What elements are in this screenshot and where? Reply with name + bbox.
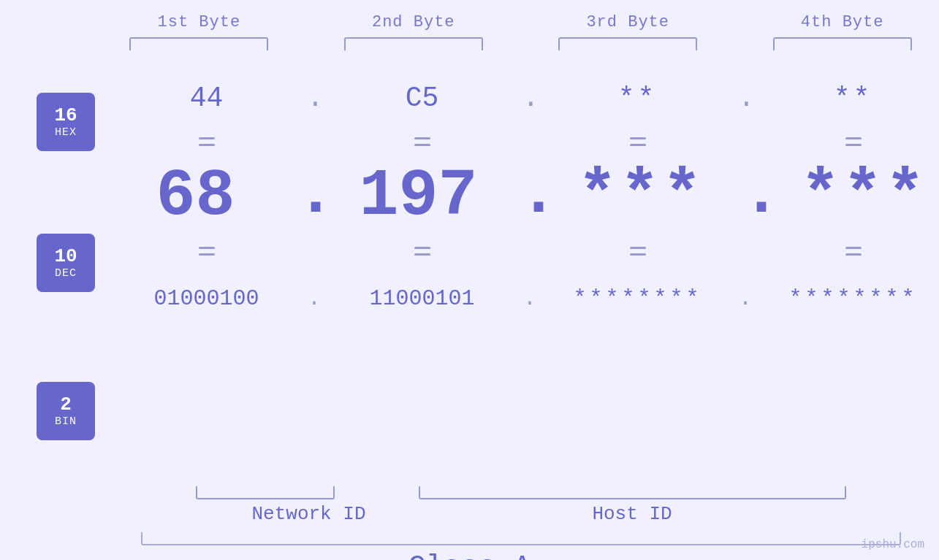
hex-dot1: .	[307, 83, 322, 114]
bin-badge-num: 2	[60, 394, 72, 415]
eq2-bar-2a	[414, 247, 430, 249]
byte4-label: 4th Byte	[801, 13, 884, 31]
byte-headers: 1st Byte 2nd Byte 3rd Byte 4th Byte	[0, 13, 939, 50]
byte2-bracket-top	[344, 37, 483, 50]
class-label: Class A	[408, 551, 531, 560]
dec-b2-value: 197	[359, 159, 477, 234]
byte3-label: 3rd Byte	[586, 13, 669, 31]
dec-badge-num: 10	[54, 246, 77, 267]
dec-b3-col: ***	[541, 159, 742, 234]
hex-b3-value: **	[618, 83, 658, 114]
sep2-col-1	[106, 247, 307, 256]
byte3-col: 3rd Byte	[531, 13, 725, 50]
main-container: 1st Byte 2nd Byte 3rd Byte 4th Byte 16 H…	[0, 0, 939, 560]
sep2-col-3	[537, 247, 738, 256]
bin-row: 01000100 . 11000101 . ******** . *******…	[95, 269, 939, 328]
eq-bar-3b	[630, 144, 646, 146]
sep-col-4	[753, 137, 939, 146]
dec-row: 68 . 197 . *** . ***	[95, 160, 939, 233]
sep-col-3	[537, 137, 738, 146]
dec-b1-value: 68	[156, 159, 235, 234]
eq2-bar-2b	[414, 253, 430, 256]
sep-col-1	[106, 137, 307, 146]
hex-b1-value: 44	[190, 83, 224, 114]
class-row: Class A	[0, 532, 939, 560]
sep2-col-2	[322, 247, 522, 256]
network-id-label: Network ID	[251, 503, 365, 525]
eq2-bar-4a	[845, 247, 862, 249]
hex-b2-value: C5	[406, 83, 439, 114]
hex-b2-col: C5	[322, 83, 522, 114]
bin-dot1: .	[307, 286, 322, 311]
eq2-bar-4b	[845, 253, 862, 256]
hex-b4-col: **	[753, 83, 939, 114]
eq-bar-3a	[630, 137, 646, 139]
dec-dot3: .	[742, 161, 764, 233]
sep-dec-bin	[95, 233, 939, 269]
dec-badge-label: DEC	[55, 267, 77, 280]
dec-b4-col: ***	[764, 159, 939, 234]
byte2-col: 2nd Byte	[316, 13, 510, 50]
byte1-bracket-top	[129, 37, 268, 50]
bin-b2-value: 11000101	[369, 286, 474, 311]
bin-badge: 2 BIN	[37, 382, 95, 440]
hex-b4-value: **	[834, 83, 873, 114]
byte1-label: 1st Byte	[158, 13, 241, 31]
byte4-bracket-top	[773, 37, 912, 50]
bin-b4-col: ********	[753, 286, 939, 311]
byte1-col: 1st Byte	[102, 13, 296, 50]
hex-row: 44 . C5 . ** . **	[95, 72, 939, 123]
labels-row: Network ID Host ID	[0, 503, 939, 525]
hex-badge-label: HEX	[55, 126, 77, 139]
watermark: ipshu.com	[862, 538, 924, 551]
bin-b2-col: 11000101	[322, 286, 522, 311]
dec-b1-col: 68	[95, 159, 296, 234]
eq-bar-1a	[199, 137, 215, 139]
byte4-col: 4th Byte	[745, 13, 939, 50]
hex-b1-col: 44	[106, 83, 307, 114]
eq-bar-2a	[414, 137, 430, 139]
bin-b3-col: ********	[537, 286, 738, 311]
bin-b1-col: 01000100	[106, 286, 307, 311]
eq-bar-4b	[845, 144, 862, 146]
hex-dot2: .	[522, 83, 537, 114]
hex-badge: 16 HEX	[37, 93, 95, 151]
bin-dot2: .	[522, 286, 537, 311]
eq2-bar-3b	[630, 253, 646, 256]
dec-b4-value: ***	[800, 159, 927, 234]
host-bracket	[419, 486, 846, 499]
eq-bar-2b	[414, 144, 430, 146]
class-bracket	[141, 532, 901, 545]
bin-badge-label: BIN	[55, 415, 77, 428]
hex-b3-col: **	[537, 83, 738, 114]
bottom-brackets-row	[0, 486, 939, 499]
host-id-label: Host ID	[592, 503, 672, 525]
eq-bar-4a	[845, 137, 862, 139]
byte2-label: 2nd Byte	[372, 13, 455, 31]
badges-column: 16 HEX 10 DEC 2 BIN	[37, 50, 95, 483]
eq2-bar-3a	[630, 247, 646, 249]
bin-b4-value: ********	[788, 286, 917, 311]
sep2-col-4	[753, 247, 939, 256]
dec-badge: 10 DEC	[37, 234, 95, 292]
hex-badge-num: 16	[54, 105, 77, 126]
dec-b2-col: 197	[318, 159, 519, 234]
hex-dot3: .	[738, 83, 753, 114]
bin-b3-value: ********	[573, 286, 702, 311]
bin-dot3: .	[738, 286, 753, 311]
eq2-bar-1b	[199, 253, 215, 256]
dec-b3-value: ***	[577, 159, 704, 234]
dec-dot2: .	[519, 161, 541, 233]
dec-dot1: .	[296, 161, 318, 233]
main-area: 16 HEX 10 DEC 2 BIN 44 . C5	[0, 50, 939, 483]
sep-col-2	[322, 137, 522, 146]
byte3-bracket-top	[558, 37, 697, 50]
network-bracket	[196, 486, 335, 499]
bin-b1-value: 01000100	[153, 286, 259, 311]
eq-bar-1b	[199, 144, 215, 146]
values-area: 44 . C5 . ** . **	[95, 50, 939, 483]
eq2-bar-1a	[199, 247, 215, 249]
sep-hex-dec	[95, 123, 939, 160]
